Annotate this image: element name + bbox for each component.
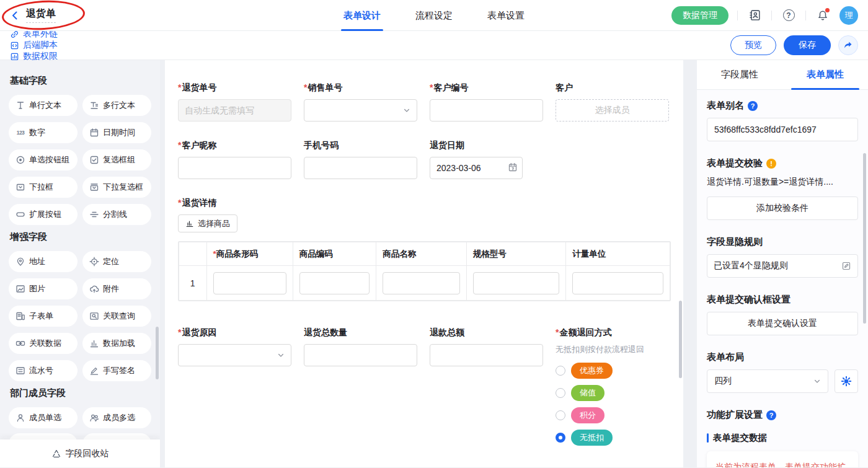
field-pill[interactable]: 复选框组 — [82, 149, 151, 170]
help-icon[interactable]: ? — [781, 7, 797, 24]
form-field[interactable]: 退货日期 — [430, 140, 543, 179]
field-pill[interactable]: 数据加载 — [82, 333, 151, 354]
radio-unchecked[interactable] — [556, 388, 565, 398]
field-pill[interactable]: 单行文本 — [9, 95, 78, 116]
preview-button[interactable]: 预览 — [730, 35, 776, 55]
table-cell-input[interactable] — [213, 272, 286, 294]
form-layout-select[interactable]: 四列 — [707, 369, 828, 393]
form-field[interactable]: 退款总额 — [430, 327, 543, 366]
select-icon — [16, 182, 25, 192]
field-pill[interactable]: 图片 — [9, 278, 78, 299]
field-pill[interactable]: 下拉框 — [9, 177, 78, 198]
radio-option[interactable]: 优惠券 — [556, 363, 669, 379]
main-tab-2[interactable]: 表单设置 — [487, 0, 525, 31]
table-cell-input[interactable] — [383, 272, 460, 294]
date-field[interactable] — [430, 157, 523, 179]
edit-icon[interactable] — [841, 261, 851, 271]
field-select[interactable] — [304, 99, 417, 121]
field-pill[interactable]: 扩展按钮 — [9, 204, 78, 225]
form-alias-input[interactable] — [707, 118, 858, 141]
field-pill[interactable]: 分割线 — [82, 204, 151, 225]
page-title[interactable]: 退货单 — [26, 7, 56, 23]
layout-settings-button[interactable] — [835, 369, 858, 393]
form-field[interactable]: 客户编号 — [430, 82, 543, 121]
field-pill[interactable]: 日期时间 — [82, 122, 151, 143]
row-index-cell: 1 — [179, 266, 207, 301]
form-field[interactable]: 金额退回方式无抵扣则按付款流程退回优惠券储值积分无抵扣 — [556, 327, 669, 452]
field-pill[interactable]: 成员多选 — [82, 407, 151, 428]
help-icon[interactable]: ? — [748, 101, 758, 111]
field-input[interactable] — [178, 99, 291, 121]
share-button[interactable] — [838, 35, 858, 55]
field-pill[interactable]: 定位 — [82, 251, 151, 272]
form-field[interactable]: 退货总数量 — [304, 327, 417, 366]
field-pill[interactable]: 123数字 — [9, 122, 78, 143]
add-validation-button[interactable]: 添加校验条件 — [707, 196, 858, 220]
data-manage-button[interactable]: 数据管理 — [671, 6, 728, 25]
canvas-scrollbar[interactable] — [679, 301, 682, 378]
panel-scrollbar[interactable] — [863, 153, 866, 324]
field-input[interactable] — [178, 157, 291, 179]
form-field[interactable]: 客户选择成员 — [556, 82, 669, 121]
field-pill[interactable]: 关联数据 — [9, 333, 78, 354]
radio-checked[interactable] — [556, 433, 565, 443]
avatar[interactable]: 理 — [839, 6, 858, 25]
form-field[interactable]: 客户昵称 — [178, 140, 291, 179]
field-pill[interactable]: 下拉复选框 — [82, 177, 151, 198]
form-field[interactable]: 退货原因 — [178, 327, 291, 366]
main-tab-1[interactable]: 流程设定 — [415, 0, 453, 31]
back-icon[interactable] — [10, 11, 20, 20]
form-alias-title: 表单别名 — [707, 100, 744, 112]
bell-icon[interactable] — [815, 7, 831, 24]
field-recycle-bin[interactable]: 字段回收站 — [0, 439, 160, 467]
table-cell-input[interactable] — [473, 272, 559, 294]
field-label: 退货日期 — [430, 140, 543, 151]
visibility-rules-box[interactable]: 已设置4个显隐规则 — [707, 254, 858, 278]
form-canvas[interactable]: 退货单号销售单号客户编号客户选择成员客户昵称手机号码退货日期退货详情选择商品*商… — [165, 60, 683, 467]
field-label: 客户昵称 — [178, 140, 291, 151]
form-field[interactable]: 手机号码 — [304, 140, 417, 179]
back-group[interactable]: 退货单 — [10, 7, 165, 23]
radio-option[interactable]: 积分 — [556, 407, 669, 423]
radio-unchecked[interactable] — [556, 366, 565, 376]
radio-option[interactable]: 储值 — [556, 385, 669, 401]
field-input[interactable] — [304, 344, 417, 366]
sidebar-scrollbar[interactable] — [156, 327, 159, 379]
save-button[interactable]: 保存 — [784, 35, 831, 55]
field-pill[interactable]: 子表单 — [9, 306, 78, 327]
form-field[interactable]: 销售单号 — [304, 82, 417, 121]
field-label: 退货原因 — [178, 327, 291, 338]
toolbar-link-1[interactable]: 后端脚本 — [10, 40, 58, 51]
table-column-header: 商品编码 — [293, 242, 376, 266]
detail-subform[interactable]: 退货详情选择商品*商品条形码商品编码商品名称规格型号计量单位1 — [178, 198, 671, 301]
share-icon — [843, 40, 853, 50]
field-input[interactable] — [430, 344, 543, 366]
field-select[interactable] — [178, 344, 291, 366]
field-input[interactable] — [430, 99, 543, 121]
select-goods-button[interactable]: 选择商品 — [178, 214, 237, 232]
main-tab-0[interactable]: 表单设计 — [343, 0, 381, 31]
field-pill[interactable]: 流水号 — [9, 360, 78, 381]
warning-icon: ! — [766, 159, 776, 169]
field-pill[interactable]: 关联查询 — [82, 306, 151, 327]
radio-option[interactable]: 无抵扣 — [556, 430, 669, 446]
field-pill[interactable]: 附件 — [82, 278, 151, 299]
table-cell-input[interactable] — [572, 272, 663, 294]
select-member-button[interactable]: 选择成员 — [556, 99, 669, 121]
contacts-icon[interactable] — [746, 7, 763, 24]
field-pill[interactable]: 单选按钮组 — [9, 149, 78, 170]
help-icon[interactable]: ? — [766, 410, 776, 420]
field-pill[interactable]: 手写签名 — [82, 360, 151, 381]
submit-confirm-button[interactable]: 表单提交确认设置 — [707, 312, 858, 335]
field-pill[interactable]: 多行文本 — [82, 95, 151, 116]
table-cell-input[interactable] — [299, 272, 370, 294]
panel-tab-1[interactable]: 表单属性 — [782, 60, 868, 89]
field-input[interactable] — [304, 157, 417, 179]
panel-tab-0[interactable]: 字段属性 — [697, 60, 782, 89]
form-field[interactable]: 退货单号 — [178, 82, 291, 121]
field-pill[interactable]: 成员单选 — [9, 407, 78, 428]
radio-unchecked[interactable] — [556, 410, 565, 420]
location-icon — [89, 257, 99, 267]
field-pill[interactable]: 地址 — [9, 251, 78, 272]
field-label: 退货总数量 — [304, 327, 417, 338]
